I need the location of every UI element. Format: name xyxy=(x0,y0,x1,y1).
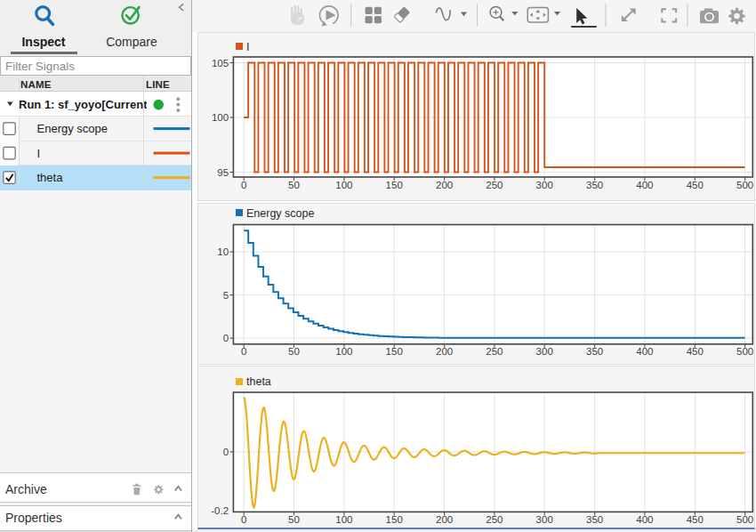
svg-text:0: 0 xyxy=(241,346,246,357)
svg-text:500: 500 xyxy=(736,346,753,357)
svg-text:105: 105 xyxy=(212,58,229,69)
svg-text:0: 0 xyxy=(241,514,246,525)
svg-text:150: 150 xyxy=(386,346,403,357)
svg-text:150: 150 xyxy=(386,514,403,525)
svg-text:50: 50 xyxy=(288,180,300,190)
svg-text:100: 100 xyxy=(335,180,352,190)
svg-text:400: 400 xyxy=(636,180,653,190)
svg-text:-0.2: -0.2 xyxy=(211,505,229,516)
svg-text:300: 300 xyxy=(536,180,553,190)
svg-text:200: 200 xyxy=(436,514,453,525)
svg-text:350: 350 xyxy=(586,346,603,357)
svg-text:50: 50 xyxy=(288,346,300,357)
svg-text:95: 95 xyxy=(217,167,229,178)
svg-text:200: 200 xyxy=(436,346,453,357)
svg-text:50: 50 xyxy=(288,514,300,525)
svg-text:300: 300 xyxy=(536,514,553,525)
svg-text:0: 0 xyxy=(223,447,229,457)
svg-text:450: 450 xyxy=(687,346,704,357)
svg-text:100: 100 xyxy=(212,112,229,123)
svg-text:350: 350 xyxy=(586,514,603,525)
svg-text:500: 500 xyxy=(736,514,753,525)
svg-text:300: 300 xyxy=(536,346,553,357)
svg-text:0: 0 xyxy=(241,180,246,190)
svg-text:250: 250 xyxy=(486,180,503,190)
svg-text:150: 150 xyxy=(386,180,403,190)
svg-text:400: 400 xyxy=(636,346,653,357)
svg-text:350: 350 xyxy=(586,180,603,190)
svg-text:450: 450 xyxy=(687,180,704,190)
svg-text:0: 0 xyxy=(223,333,229,343)
svg-text:450: 450 xyxy=(687,514,704,525)
svg-text:250: 250 xyxy=(486,514,503,525)
svg-text:500: 500 xyxy=(736,180,753,190)
svg-text:100: 100 xyxy=(335,514,352,525)
svg-text:5: 5 xyxy=(223,290,229,301)
svg-text:10: 10 xyxy=(217,246,229,257)
svg-text:250: 250 xyxy=(486,346,503,357)
svg-text:200: 200 xyxy=(436,180,453,190)
svg-text:400: 400 xyxy=(636,514,653,525)
svg-text:100: 100 xyxy=(335,346,352,357)
